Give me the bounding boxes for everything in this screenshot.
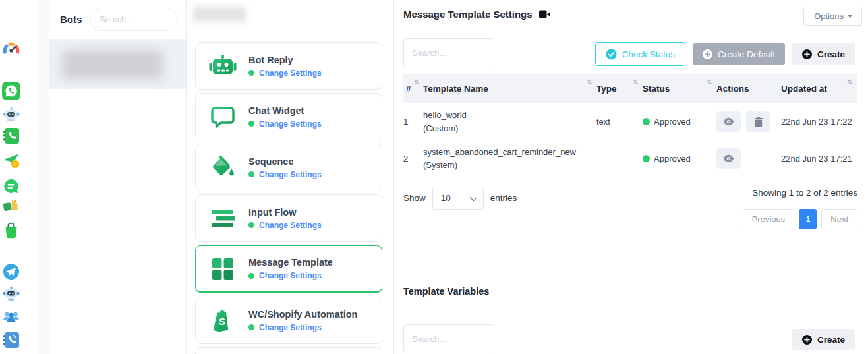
contacts-icon[interactable] (2, 127, 20, 145)
whatsapp-icon[interactable] (2, 82, 20, 100)
change-settings-link[interactable]: Change Settings (248, 69, 322, 78)
status-dot-icon (643, 118, 650, 125)
header-num[interactable]: # ⇅ (403, 84, 423, 94)
sort-icon[interactable]: ⇅ (707, 79, 712, 86)
header-status[interactable]: Status ⇅ (643, 84, 716, 94)
integrations-icon[interactable] (2, 197, 20, 216)
status-dot-icon (248, 121, 254, 127)
chat-widget-icon (208, 102, 237, 131)
status-dot-icon (248, 70, 254, 76)
settings-card-input-flow[interactable]: Input Flow Change Settings (195, 194, 382, 242)
header-actions: Actions (716, 84, 781, 94)
page-size-select[interactable]: 10 (432, 187, 484, 210)
team-icon[interactable] (2, 307, 20, 326)
message-template-icon (208, 254, 237, 283)
settings-card-message-template[interactable]: Message Template Change Settings (195, 245, 382, 293)
sort-icon[interactable]: ⇅ (587, 79, 592, 86)
change-settings-label: Change Settings (259, 119, 322, 129)
entries-label: entries (490, 193, 517, 203)
bot-settings-menu: Bot Reply Change Settings Chat Widget Ch… (187, 0, 394, 354)
template-variables-search-input[interactable] (403, 324, 494, 353)
sort-icon[interactable]: ⇅ (414, 79, 419, 86)
status-dot-icon (248, 222, 254, 228)
header-template-name[interactable]: Template Name ⇅ (423, 84, 596, 94)
options-button[interactable]: Options ▾ (803, 7, 862, 26)
settings-card-text: Chat Widget Change Settings (248, 105, 322, 129)
chat-icon[interactable] (2, 177, 20, 196)
bot-badge-redacted (193, 7, 246, 22)
cell-actions (716, 148, 781, 169)
settings-card-text: Bot Reply Change Settings (248, 55, 322, 78)
settings-card-text: Sequence Change Settings (248, 156, 322, 179)
table-row: 1 hello_world (Custom) text Approved 22n… (403, 103, 857, 140)
sort-icon[interactable]: ⇅ (847, 79, 852, 86)
create-default-button[interactable]: Create Default (693, 43, 785, 65)
view-button[interactable] (716, 148, 741, 169)
template-name: hello_world (423, 109, 596, 122)
bots-search-input[interactable] (90, 9, 178, 31)
telegram-icon[interactable] (2, 262, 20, 281)
settings-card-bot-reply[interactable]: Bot Reply Change Settings (195, 42, 382, 90)
input-flow-icon (208, 204, 237, 233)
cell-num: 1 (403, 117, 423, 127)
create-variable-button[interactable]: Create (792, 329, 855, 350)
eye-icon (723, 154, 734, 163)
app-icon-rail (0, 0, 38, 354)
header-type[interactable]: Type ⇅ (596, 84, 643, 94)
settings-card-wc-shopify[interactable]: S WC/Shopify Automation Change Settings (195, 297, 382, 344)
plus-circle-icon (802, 335, 812, 345)
next-page-button[interactable]: Next (821, 209, 857, 229)
svg-text:S: S (219, 316, 225, 327)
cell-updated-at: 22nd Jun 23 17:21 (781, 154, 857, 163)
change-settings-link[interactable]: Change Settings (248, 323, 357, 332)
previous-page-button[interactable]: Previous (743, 209, 795, 229)
change-settings-link[interactable]: Change Settings (248, 119, 322, 129)
change-settings-label: Change Settings (259, 170, 322, 179)
sort-icon[interactable]: ⇅ (633, 79, 638, 86)
bot-name-redacted (63, 50, 163, 79)
pagination: Previous 1 Next (738, 209, 857, 229)
bot-list-item-selected[interactable] (49, 40, 186, 89)
settings-card-partial[interactable] (195, 347, 382, 354)
settings-card-text: WC/Shopify Automation Change Settings (248, 309, 357, 332)
change-settings-link[interactable]: Change Settings (248, 170, 322, 179)
trash-icon (754, 117, 763, 127)
settings-card-chat-widget[interactable]: Chat Widget Change Settings (195, 93, 382, 140)
page-title-label: Message Template Settings (403, 9, 533, 20)
settings-card-sequence[interactable]: Sequence Change Settings (195, 144, 382, 191)
current-page-button[interactable]: 1 (799, 209, 817, 229)
rail-gutter (39, 0, 49, 354)
settings-card-text: Message Template Change Settings (248, 257, 333, 280)
dashboard-icon[interactable] (2, 41, 20, 59)
bot-icon[interactable] (2, 283, 20, 302)
create-button[interactable]: Create (792, 43, 855, 65)
templates-table: # ⇅ Template Name ⇅ Type ⇅ Status ⇅ Acti… (403, 74, 857, 177)
settings-card-title: Bot Reply (248, 55, 322, 65)
settings-card-list: Bot Reply Change Settings Chat Widget Ch… (195, 42, 382, 354)
view-button[interactable] (716, 111, 741, 132)
status-dot-icon (248, 273, 254, 279)
change-settings-link[interactable]: Change Settings (248, 271, 333, 280)
header-updated-at[interactable]: Updated at ⇅ (781, 84, 857, 94)
bot-reply-icon (208, 51, 237, 80)
address-book-icon[interactable] (2, 331, 20, 349)
change-settings-label: Change Settings (259, 221, 322, 230)
template-origin: (Custom) (423, 122, 596, 135)
template-name: system_abandoned_cart_reminder_new (423, 146, 596, 159)
check-status-button[interactable]: Check Status (595, 42, 685, 66)
settings-card-text: Input Flow Change Settings (248, 207, 322, 230)
robot-icon[interactable] (2, 104, 20, 123)
template-search-input[interactable] (403, 38, 494, 67)
change-settings-label: Change Settings (259, 323, 322, 332)
settings-card-title: WC/Shopify Automation (248, 309, 357, 320)
cell-status: Approved (643, 117, 716, 127)
shopping-bag-icon[interactable] (2, 221, 20, 239)
bots-panel-header: Bots (49, 0, 186, 40)
cell-actions (716, 111, 781, 132)
chevron-down-icon (470, 193, 477, 200)
delete-button[interactable] (746, 111, 770, 132)
bots-panel-title: Bots (60, 14, 82, 25)
broadcast-icon[interactable] (2, 151, 20, 169)
video-camera-icon[interactable] (539, 10, 550, 18)
change-settings-link[interactable]: Change Settings (248, 221, 322, 230)
